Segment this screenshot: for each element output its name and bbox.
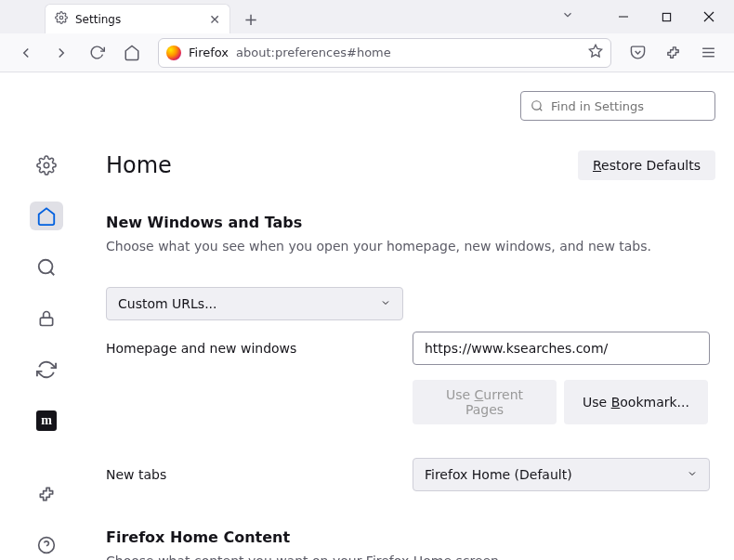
toolbar: Firefox about:preferences#home (0, 33, 734, 72)
url-text: about:preferences#home (236, 46, 581, 59)
pocket-button[interactable] (623, 38, 652, 68)
back-button[interactable] (11, 38, 41, 68)
newtabs-label: New tabs (106, 467, 413, 482)
svg-point-9 (44, 163, 49, 168)
newtabs-value: Firefox Home (Default) (425, 467, 572, 482)
tab-title: Settings (75, 13, 121, 26)
minimize-button[interactable] (602, 4, 645, 30)
close-window-button[interactable] (688, 4, 730, 30)
restore-defaults-button[interactable]: Restore Defaults (578, 150, 715, 180)
section-desc-new-windows: Choose what you see when you open your h… (106, 239, 715, 254)
sidebar: m (0, 72, 93, 560)
forward-button[interactable] (46, 38, 76, 68)
sidebar-item-sync[interactable] (30, 356, 63, 384)
search-placeholder: Find in Settings (551, 99, 644, 113)
sidebar-item-help[interactable] (30, 531, 63, 560)
homepage-mode-value: Custom URLs... (118, 296, 217, 311)
find-in-settings-input[interactable]: Find in Settings (520, 91, 715, 121)
sidebar-item-general[interactable] (30, 150, 63, 179)
use-current-pages-button[interactable]: Use Current Pages (413, 380, 557, 424)
url-brand: Firefox (189, 46, 229, 59)
tab-settings[interactable]: Settings ✕ (45, 4, 230, 33)
chevron-down-icon (687, 467, 698, 482)
home-button[interactable] (117, 38, 147, 68)
section-heading-home-content: Firefox Home Content (106, 528, 715, 546)
section-heading-new-windows: New Windows and Tabs (106, 214, 715, 231)
svg-point-0 (59, 16, 63, 20)
tabs-dropdown-icon[interactable] (561, 7, 574, 25)
extensions-button[interactable] (658, 38, 688, 68)
firefox-logo-icon (166, 46, 181, 60)
use-bookmark-button[interactable]: Use Bookmark... (564, 380, 708, 424)
menu-button[interactable] (693, 38, 723, 68)
page-title: Home (106, 152, 172, 178)
window-controls (602, 4, 730, 30)
section-desc-home-content: Choose what content you want on your Fir… (106, 553, 715, 560)
homepage-label: Homepage and new windows (106, 341, 413, 356)
svg-rect-2 (662, 13, 670, 20)
sidebar-item-mozilla[interactable]: m (30, 407, 63, 436)
chevron-down-icon (380, 296, 391, 311)
sidebar-item-extensions[interactable] (30, 480, 63, 509)
svg-point-15 (532, 101, 541, 110)
gear-icon (55, 11, 68, 27)
close-icon[interactable]: ✕ (209, 12, 220, 27)
reload-button[interactable] (82, 38, 111, 68)
svg-rect-12 (40, 318, 52, 325)
svg-marker-5 (589, 45, 601, 57)
search-icon (531, 99, 544, 112)
newtabs-select[interactable]: Firefox Home (Default) (413, 458, 710, 491)
maximize-button[interactable] (645, 4, 688, 30)
svg-line-16 (540, 109, 543, 111)
homepage-url-input[interactable] (413, 332, 710, 365)
url-bar[interactable]: Firefox about:preferences#home (158, 38, 611, 68)
svg-line-11 (50, 271, 54, 275)
sidebar-item-privacy[interactable] (30, 304, 63, 332)
homepage-mode-select[interactable]: Custom URLs... (106, 287, 403, 320)
content-area: m Find in Settings Home Restore Defaults… (0, 72, 734, 560)
main-panel: Find in Settings Home Restore Defaults N… (93, 72, 734, 560)
sidebar-item-search[interactable] (30, 253, 63, 281)
sidebar-item-home[interactable] (30, 202, 63, 230)
svg-point-10 (39, 260, 53, 274)
new-tab-button[interactable]: + (238, 6, 264, 32)
star-icon[interactable] (588, 44, 603, 61)
